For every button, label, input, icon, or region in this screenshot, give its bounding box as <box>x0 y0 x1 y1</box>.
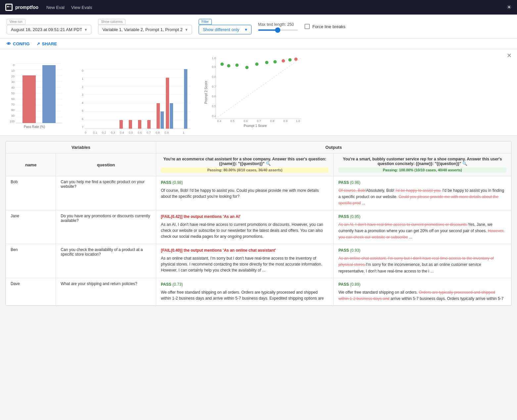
variables-header: Variables <box>6 142 156 153</box>
scatter-chart: Prompt 1 Score Prompt 2 Score 0.4 0.5 0.… <box>204 56 306 129</box>
close-charts-button[interactable]: ✕ <box>507 52 512 59</box>
table-row: Bob Can you help me find a specific prod… <box>6 176 511 210</box>
filter-select[interactable]: Show different only ▾ <box>199 25 252 34</box>
svg-text:0.9: 0.9 <box>283 119 288 123</box>
svg-text:Prompt 2 Score: Prompt 2 Score <box>204 81 208 104</box>
svg-text:0.4: 0.4 <box>217 119 221 123</box>
svg-text:0.7: 0.7 <box>147 131 151 134</box>
pass-label: PASS <box>338 248 349 253</box>
svg-text:0.6: 0.6 <box>244 119 248 123</box>
show-columns-group: Show columns Variable 1, Variable 2, Pro… <box>98 19 192 34</box>
nav-view-evals[interactable]: View Evals <box>71 5 92 10</box>
prompt2-header-cell: You're a smart, bubbly customer service … <box>334 153 511 176</box>
cell-p1-bob: PASS (0.98) Of course, Bob! I'd be happy… <box>156 176 334 210</box>
svg-text:0.5: 0.5 <box>230 119 235 123</box>
cell-question-ben: Can you check the availability of a prod… <box>56 244 156 278</box>
svg-text:0: 0 <box>85 131 86 134</box>
svg-text:0.7: 0.7 <box>257 119 261 123</box>
svg-point-67 <box>273 60 277 63</box>
view-run-value: August 18, 2023 at 09:51:21 AM PDT <box>11 27 82 32</box>
diff-output: We offer free standard shipping on all o… <box>338 289 506 302</box>
theme-toggle-icon[interactable]: ☀ <box>506 4 512 11</box>
score: (0.89) <box>350 282 360 287</box>
show-columns-select[interactable]: Variable 1, Variable 2, Prompt 1, Prompt… <box>98 25 192 34</box>
filter-label: Filter <box>199 19 212 24</box>
svg-point-62 <box>227 64 230 67</box>
max-text-slider-track[interactable] <box>258 29 298 31</box>
fail-label: [FAIL(0.40)] <box>161 248 182 253</box>
svg-point-70 <box>294 58 298 61</box>
pass-label: PASS <box>338 214 349 219</box>
pass-label: PASS <box>161 282 171 287</box>
force-linebreaks-group: Force line breaks <box>305 24 346 29</box>
nav-new-eval[interactable]: New Eval <box>46 5 65 10</box>
svg-point-66 <box>265 61 268 64</box>
pass-rate-chart: 10090807060 50403020100 <box>7 63 62 129</box>
svg-rect-23 <box>129 120 132 129</box>
prompt1-passing-badge: Passing: 80.00% (8/10 cases, 36/40 asser… <box>161 167 329 173</box>
output-text: As an AI, I don't have real-time access … <box>161 222 329 239</box>
diff-output: As an AI, I don't have real time access … <box>338 222 506 241</box>
svg-text:0.1: 0.1 <box>93 131 97 134</box>
view-run-label: View run <box>7 19 25 24</box>
table-row: Ben Can you check the availability of a … <box>6 244 511 278</box>
logo[interactable]: promptfoo <box>5 4 38 11</box>
score: (0.98) <box>172 180 183 185</box>
config-icon: 👁 <box>7 41 11 46</box>
strikethrough-text: However, you can check our website or su… <box>338 229 504 239</box>
share-link[interactable]: ↗ SHARE <box>36 41 57 46</box>
output-text: We offer free standard shipping on all o… <box>161 289 329 301</box>
logo-text: promptfoo <box>15 5 38 10</box>
svg-text:0.8: 0.8 <box>270 119 274 123</box>
svg-rect-0 <box>6 5 12 10</box>
table-row: Dave What are your shipping and return p… <box>6 278 511 305</box>
cell-name-ben: Ben <box>6 244 56 278</box>
col-name-header: name <box>6 153 56 176</box>
fail-reason: the output mentions 'As an online chat a… <box>184 248 276 253</box>
filter-value: Show different only <box>203 27 239 32</box>
table-row: Jane Do you have any promotions or disco… <box>6 210 511 244</box>
cell-p1-jane: [FAIL(0.42)] the output mentions 'As an … <box>156 210 334 244</box>
histogram-chart: 76543210 <box>75 69 191 129</box>
pass-label: PASS <box>161 180 171 185</box>
strikethrough-text: I'd be happy to assist you. <box>396 188 441 193</box>
view-run-select[interactable]: August 18, 2023 at 09:51:21 AM PDT ▾ <box>7 25 91 34</box>
cell-name-jane: Jane <box>6 210 56 244</box>
strikethrough-text: As an online chat assistant, I'm sorry b… <box>338 256 494 267</box>
svg-text:0.5: 0.5 <box>129 131 133 134</box>
cell-p1-dave: PASS (0.73) We offer free standard shipp… <box>156 278 334 305</box>
show-columns-arrow-icon: ▾ <box>185 27 188 32</box>
strikethrough-text: Of course, Bob! <box>338 188 366 193</box>
svg-point-61 <box>220 63 224 66</box>
y-axis-1: 10090807060 50403020100 <box>7 63 16 123</box>
diff-output: As an online chat assistant, I'm sorry b… <box>338 255 506 274</box>
cell-question-bob: Can you help me find a specific product … <box>56 176 156 210</box>
output-text: As an online chat assistant, I'm sorry b… <box>161 255 329 273</box>
score: (0.73) <box>172 282 183 287</box>
show-columns-value: Variable 1, Variable 2, Prompt 1, Prompt… <box>102 27 182 32</box>
svg-rect-24 <box>138 120 141 129</box>
svg-rect-12 <box>23 75 36 123</box>
view-run-arrow-icon: ▾ <box>85 27 87 32</box>
config-label: CONFIG <box>13 41 30 46</box>
svg-text:0.8: 0.8 <box>156 131 160 134</box>
config-link[interactable]: 👁 CONFIG <box>7 41 30 46</box>
show-columns-label: Show columns <box>98 19 125 24</box>
scatter-plot: Prompt 1 Score Prompt 2 Score 0.4 0.5 0.… <box>204 56 306 129</box>
svg-point-64 <box>245 66 249 69</box>
svg-text:Prompt 1 Score: Prompt 1 Score <box>244 124 267 128</box>
share-label: SHARE <box>42 41 57 46</box>
filter-arrow-icon: ▾ <box>245 27 247 32</box>
force-linebreaks-checkbox[interactable] <box>305 24 310 29</box>
svg-rect-28 <box>166 78 169 129</box>
svg-rect-29 <box>170 103 173 129</box>
svg-text:0.3: 0.3 <box>111 131 115 134</box>
cell-question-dave: What are your shipping and return polici… <box>56 278 156 305</box>
svg-text:0.6: 0.6 <box>138 131 142 134</box>
svg-rect-27 <box>161 111 164 129</box>
slider-fill <box>258 29 276 31</box>
svg-point-68 <box>282 59 285 63</box>
slider-thumb[interactable] <box>275 27 280 33</box>
col-question-header: question <box>56 153 156 176</box>
svg-rect-26 <box>157 103 160 129</box>
